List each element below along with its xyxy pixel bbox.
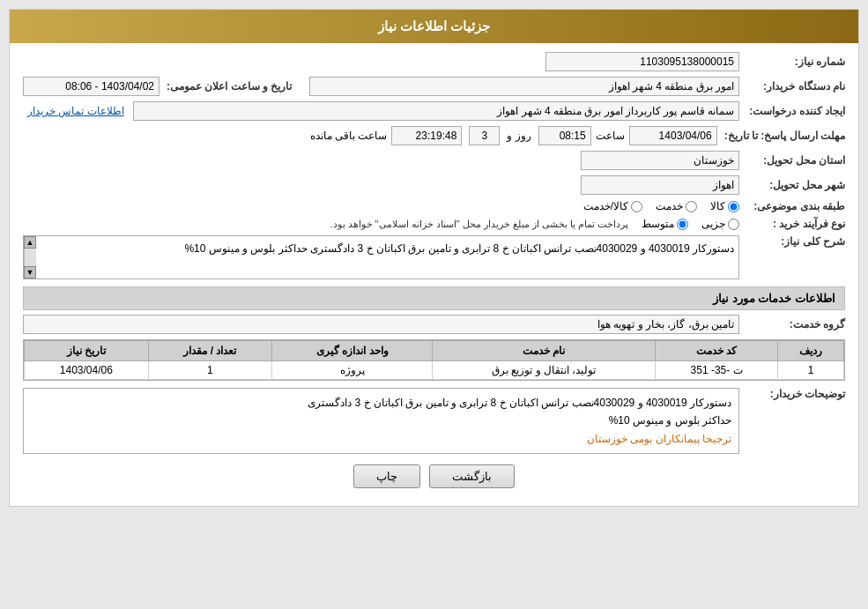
row-tabaqe: طبقه بندی موضوعی: کالا خدمت کالا/خدمت [23, 200, 845, 212]
nam-dastgah-input[interactable] [309, 77, 739, 96]
tabaqe-radio-group: کالا خدمت کالا/خدمت [583, 200, 739, 212]
row-mohlat: مهلت ارسال پاسخ: تا تاریخ: ساعت روز و سا… [23, 126, 845, 145]
noe-motevaset-radio[interactable] [677, 219, 688, 230]
table-cell-radif: 1 [777, 361, 843, 380]
row-ostan: استان محل تحویل: [23, 151, 845, 170]
noe-farayand-radio-group: جزیی متوسط [642, 218, 739, 230]
sharh-label: شرح کلی نیاز: [739, 235, 845, 248]
mohlat-roz-label: روز و [507, 130, 530, 142]
tabaqe-kala-radio[interactable] [728, 201, 739, 212]
mohlat-mande-input[interactable] [391, 126, 462, 145]
tabaqe-kala-option[interactable]: کالا [710, 200, 739, 212]
shomare-niaz-label: شماره نیاز: [739, 56, 845, 68]
khadamat-section-header: اطلاعات خدمات مورد نیاز [23, 286, 845, 310]
scroll-up-btn[interactable]: ▲ [24, 236, 36, 249]
page-title: جزئیات اطلاعات نیاز [378, 19, 490, 33]
ejad-label: ایجاد کننده درخواست: [739, 105, 845, 117]
table-cell-namKhadamat: تولید، انتقال و توزیع برق [433, 361, 656, 380]
row-shomare-niaz: شماره نیاز: [23, 52, 845, 71]
table-row: 1ت -35- 351تولید، انتقال و توزیع برقپروژ… [25, 361, 844, 380]
tabaqe-khadamat-label: خدمت [656, 200, 683, 212]
mohlat-saat-label: ساعت [596, 130, 625, 142]
row-sharh: شرح کلی نیاز: ▲ ▼ دستورکار 4030019 و 403… [23, 235, 845, 279]
tabaqe-kala-label: کالا [710, 200, 725, 212]
col-tedad: تعداد / مقدار [148, 341, 272, 361]
ostan-input[interactable] [581, 151, 739, 170]
col-vahed: واحد اندازه گیری [272, 341, 433, 361]
table-cell-tarikh: 1403/04/06 [25, 361, 149, 380]
ejad-input[interactable] [133, 101, 739, 121]
shahr-label: شهر محل تحویل: [739, 179, 845, 191]
table-cell-tedad: 1 [148, 361, 272, 380]
mohlat-saat-input[interactable] [538, 126, 591, 145]
back-button[interactable]: بازگشت [429, 464, 515, 488]
noe-jozi-option[interactable]: جزیی [701, 218, 739, 230]
tabaqe-kala-khadamat-radio[interactable] [631, 201, 642, 212]
col-kod: کد خدمت [656, 341, 778, 361]
scroll-down-btn[interactable]: ▼ [24, 266, 36, 279]
noe-jozi-label: جزیی [701, 218, 725, 230]
mohlat-mande-label: ساعت باقی مانده [310, 130, 388, 142]
table-cell-vahed: پروژه [272, 361, 433, 380]
towzih-line3: ترجیحا پیمانکاران بومی خوزستان [31, 430, 731, 448]
tarikh-input[interactable] [23, 77, 160, 96]
ejad-link[interactable]: اطلاعات تماس خریدار [27, 105, 124, 117]
content-area: شماره نیاز: نام دستگاه خریدار: تاریخ و س… [10, 43, 858, 506]
shahr-input[interactable] [581, 175, 739, 195]
services-table: ردیف کد خدمت نام خدمت واحد اندازه گیری ت… [24, 340, 844, 380]
tabaqe-label: طبقه بندی موضوعی: [739, 200, 845, 212]
tabaqe-khadamat-radio[interactable] [686, 201, 697, 212]
towzih-label: توضیحات خریدار: [739, 388, 845, 400]
nam-dastgah-label: نام دستگاه خریدار: [739, 80, 845, 93]
mohlat-label: مهلت ارسال پاسخ: تا تاریخ: [717, 130, 845, 142]
page-container: جزئیات اطلاعات نیاز شماره نیاز: نام دستگ… [9, 9, 859, 507]
noe-farayand-note: پرداخت تمام یا بخشی از مبلغ خریدار محل "… [330, 219, 628, 230]
col-nam: نام خدمت [433, 341, 656, 361]
grouh-input[interactable] [23, 315, 739, 334]
row-nam-dastgah: نام دستگاه خریدار: تاریخ و ساعت اعلان عم… [23, 77, 845, 96]
row-ejad: ایجاد کننده درخواست: اطلاعات تماس خریدار [23, 101, 845, 121]
col-radif: ردیف [777, 341, 843, 361]
col-tarikh: تاریخ نیاز [25, 341, 149, 361]
button-row: بازگشت چاپ [23, 464, 845, 497]
noe-motevaset-label: متوسط [642, 218, 674, 230]
shomare-niaz-input[interactable] [545, 52, 739, 71]
mohlat-date-input[interactable] [629, 126, 717, 145]
page-header: جزئیات اطلاعات نیاز [10, 10, 858, 43]
noe-farayand-label: نوع فرآیند خرید : [739, 218, 845, 230]
sharh-scrollbar: ▲ ▼ [24, 236, 36, 279]
towzih-box: دستورکار 4030019 و 4030029نصب ترانس اکبا… [23, 388, 739, 454]
tabaqe-khadamat-option[interactable]: خدمت [656, 200, 697, 212]
towzih-line2: حداکثر بلوس و مینوس 10% [31, 412, 731, 429]
services-table-container: ردیف کد خدمت نام خدمت واحد اندازه گیری ت… [23, 339, 845, 381]
mohlat-roz-input[interactable] [469, 126, 500, 145]
sharh-content: دستورکار 4030019 و 4030029نصب ترانس اکبا… [24, 236, 738, 262]
noe-jozi-radio[interactable] [728, 219, 739, 230]
tarikh-label: تاریخ و ساعت اعلان عمومی: [160, 80, 292, 93]
row-noe-farayand: نوع فرآیند خرید : جزیی متوسط پرداخت تمام… [23, 218, 845, 230]
table-cell-kodKhadamat: ت -35- 351 [656, 361, 778, 380]
grouh-label: گروه خدمت: [739, 318, 845, 330]
tabaqe-kala-khadamat-label: کالا/خدمت [583, 200, 628, 212]
row-towzih: توضیحات خریدار: دستورکار 4030019 و 40300… [23, 388, 845, 454]
noe-motevaset-option[interactable]: متوسط [642, 218, 688, 230]
row-grouh: گروه خدمت: [23, 315, 845, 334]
towzih-line1: دستورکار 4030019 و 4030029نصب ترانس اکبا… [31, 394, 731, 412]
row-shahr: شهر محل تحویل: [23, 175, 845, 195]
ostan-label: استان محل تحویل: [739, 154, 845, 167]
tabaqe-kala-khadamat-option[interactable]: کالا/خدمت [583, 200, 642, 212]
print-button[interactable]: چاپ [353, 464, 420, 488]
